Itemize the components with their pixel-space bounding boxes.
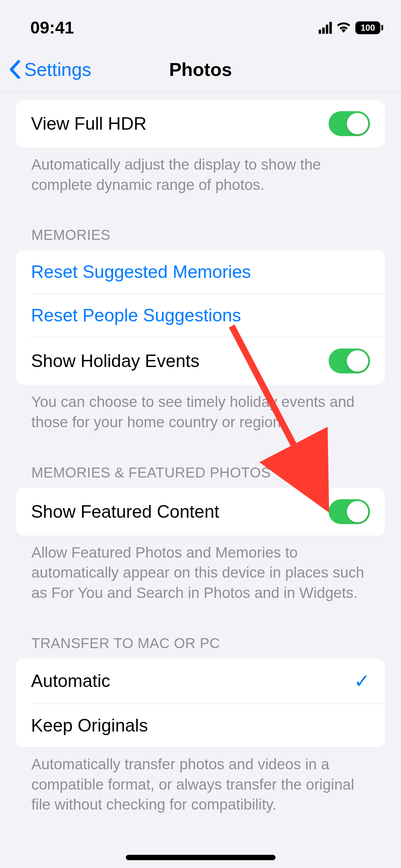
- show-featured-content-cell[interactable]: Show Featured Content: [16, 488, 385, 536]
- battery-level: 100: [355, 21, 380, 34]
- nav-bar: Settings Photos: [0, 46, 401, 93]
- memories-header: MEMORIES: [0, 206, 401, 250]
- checkmark-icon: ✓: [354, 670, 370, 692]
- view-full-hdr-toggle[interactable]: [329, 111, 370, 136]
- view-full-hdr-label: View Full HDR: [31, 113, 146, 134]
- transfer-automatic-cell[interactable]: Automatic ✓: [16, 658, 385, 704]
- status-bar: 09:41 100: [0, 0, 401, 46]
- status-icons: 100: [319, 21, 383, 34]
- show-featured-content-label: Show Featured Content: [31, 501, 219, 522]
- home-indicator[interactable]: [126, 855, 276, 860]
- reset-people-suggestions-cell[interactable]: Reset People Suggestions: [16, 294, 385, 337]
- show-holiday-events-toggle[interactable]: [329, 348, 370, 373]
- status-time: 09:41: [30, 18, 74, 37]
- show-featured-content-toggle[interactable]: [329, 499, 370, 524]
- show-holiday-events-label: Show Holiday Events: [31, 351, 199, 371]
- hdr-footer: Automatically adjust the display to show…: [0, 148, 401, 206]
- hdr-group: View Full HDR: [16, 100, 385, 148]
- cellular-icon: [319, 22, 332, 34]
- memories-group: Reset Suggested Memories Reset People Su…: [16, 250, 385, 385]
- transfer-keep-originals-label: Keep Originals: [31, 715, 148, 736]
- reset-suggested-memories-label: Reset Suggested Memories: [31, 262, 251, 282]
- show-holiday-events-cell[interactable]: Show Holiday Events: [16, 337, 385, 385]
- memories-footer: You can choose to see timely holiday eve…: [0, 385, 401, 443]
- featured-group: Show Featured Content: [16, 488, 385, 536]
- view-full-hdr-cell[interactable]: View Full HDR: [16, 100, 385, 148]
- transfer-footer: Automatically transfer photos and videos…: [0, 747, 401, 826]
- transfer-group: Automatic ✓ Keep Originals: [16, 658, 385, 747]
- battery-icon: 100: [355, 21, 383, 34]
- featured-header: MEMORIES & FEATURED PHOTOS: [0, 443, 401, 488]
- transfer-automatic-label: Automatic: [31, 671, 110, 691]
- featured-footer: Allow Featured Photos and Memories to au…: [0, 536, 401, 614]
- transfer-keep-originals-cell[interactable]: Keep Originals: [16, 704, 385, 747]
- back-label: Settings: [24, 59, 91, 80]
- transfer-header: TRANSFER TO MAC OR PC: [0, 614, 401, 658]
- nav-title: Photos: [169, 59, 232, 80]
- chevron-left-icon: [9, 60, 21, 79]
- wifi-icon: [336, 21, 351, 34]
- back-button[interactable]: Settings: [0, 59, 91, 80]
- reset-suggested-memories-cell[interactable]: Reset Suggested Memories: [16, 250, 385, 294]
- reset-people-suggestions-label: Reset People Suggestions: [31, 305, 241, 326]
